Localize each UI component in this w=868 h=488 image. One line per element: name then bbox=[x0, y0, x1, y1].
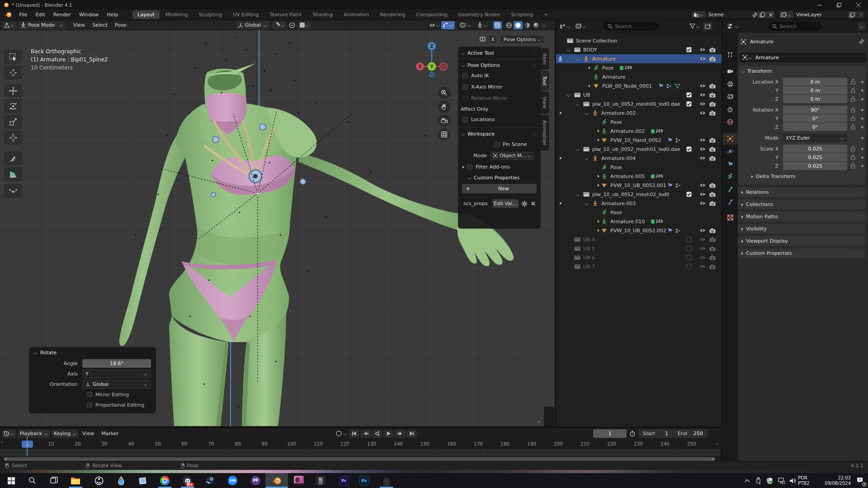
relative-mirror-row[interactable]: Relative Mirror bbox=[458, 93, 541, 104]
outliner-search[interactable]: Search bbox=[604, 22, 658, 30]
outliner-row-ub7[interactable]: UB 7 bbox=[556, 262, 722, 271]
tab-output[interactable] bbox=[722, 78, 738, 90]
show-overlays-toggle[interactable] bbox=[458, 21, 473, 29]
camera-icon[interactable] bbox=[709, 183, 716, 188]
filter-addons-row[interactable]: Filter Add-ons bbox=[458, 161, 541, 173]
menu-window[interactable]: Window bbox=[75, 12, 103, 18]
tab-render[interactable] bbox=[722, 66, 738, 77]
zoom-button[interactable] bbox=[438, 87, 450, 99]
workspace-mode-row[interactable]: Mode Object M... bbox=[458, 150, 541, 161]
camera-icon[interactable] bbox=[709, 102, 716, 107]
outliner-row-pose4[interactable]: Pose bbox=[556, 208, 722, 217]
anime-app-icon[interactable] bbox=[293, 475, 304, 486]
checkbox-icon[interactable] bbox=[686, 92, 692, 98]
breadcrumb-object[interactable]: Armature bbox=[750, 39, 774, 45]
properties-search[interactable]: Search bbox=[769, 22, 822, 30]
playback-menu[interactable]: Playback bbox=[18, 430, 50, 438]
tab-tool[interactable]: Tool bbox=[541, 71, 549, 90]
dark-app-icon[interactable] bbox=[381, 475, 392, 486]
expand-arrow[interactable]: ^ bbox=[537, 421, 541, 426]
camera-view-button[interactable] bbox=[438, 115, 450, 127]
section-workspace[interactable]: Workspace:::: bbox=[458, 129, 541, 139]
editor-type-button[interactable] bbox=[2, 21, 17, 29]
scene-icon[interactable] bbox=[691, 11, 706, 19]
camera-icon[interactable] bbox=[709, 237, 716, 242]
jump-to-end-button[interactable] bbox=[406, 430, 417, 438]
tab-object[interactable] bbox=[722, 133, 738, 145]
eye-icon[interactable] bbox=[699, 111, 706, 115]
scene-name[interactable]: Scene bbox=[706, 11, 752, 19]
eye-icon[interactable] bbox=[699, 47, 706, 52]
lock-icon[interactable] bbox=[851, 107, 855, 113]
pin-scene-row[interactable]: Pin Scene bbox=[458, 139, 541, 150]
prev-keyframe-button[interactable] bbox=[360, 430, 371, 438]
tool-scale[interactable] bbox=[4, 115, 22, 129]
outliner-row-ub[interactable]: UB bbox=[556, 90, 722, 99]
rotate-panel-header[interactable]: Rotate bbox=[29, 347, 156, 358]
tab-texture[interactable] bbox=[722, 211, 738, 223]
outliner-row-armature005[interactable]: Armature.005 249 bbox=[556, 172, 722, 181]
outliner-row-mesh01[interactable]: plw_10_ub_0052_mesh01_lod0.dae bbox=[556, 145, 722, 154]
scale-z-input[interactable]: 0.025 bbox=[783, 162, 847, 170]
mirror-editing-row[interactable]: Mirror Editing bbox=[29, 389, 156, 399]
task-view-button[interactable] bbox=[48, 475, 60, 486]
location-y-input[interactable]: 0 m bbox=[783, 86, 847, 94]
pose-options-dropdown[interactable]: Pose Options bbox=[500, 35, 544, 43]
zoom-icon[interactable]: zm bbox=[227, 475, 238, 486]
add-workspace-button[interactable]: + bbox=[539, 10, 553, 19]
outliner-row-armature010[interactable]: Armature.010 249 bbox=[556, 217, 722, 226]
outliner-row-plw-nude[interactable]: PLW_00_Nude_0001 bbox=[556, 81, 722, 90]
outliner-row-scene-collection[interactable]: Scene Collection bbox=[556, 36, 722, 45]
file-explorer-icon[interactable] bbox=[70, 475, 81, 486]
x-axis-mirror-row[interactable]: X-Axis Mirror bbox=[458, 81, 541, 93]
tool-measure[interactable] bbox=[4, 167, 22, 181]
outliner-row-pose[interactable]: Pose 249 bbox=[556, 63, 722, 72]
eye-icon[interactable] bbox=[699, 147, 706, 151]
viewport-3d[interactable]: Back Orthographic (1) Armature : Bip01_S… bbox=[0, 30, 555, 426]
keying-menu[interactable]: Keying bbox=[52, 430, 79, 438]
animate-dot[interactable] bbox=[861, 81, 863, 83]
tab-animation[interactable]: Animation bbox=[339, 10, 374, 19]
orientation-dropdown[interactable]: Global bbox=[82, 380, 151, 389]
eye-icon[interactable] bbox=[699, 192, 706, 197]
scene-selector[interactable]: Scene bbox=[691, 10, 775, 19]
xray-toggle[interactable] bbox=[476, 21, 489, 29]
tray-clock[interactable]: 22:0209/08/2024 bbox=[819, 475, 851, 486]
toggle-xray-button[interactable] bbox=[493, 21, 502, 29]
outliner-row-ub0052-002[interactable]: PVW_10_UB_0052.002 bbox=[556, 226, 722, 235]
lock-icon[interactable] bbox=[851, 116, 855, 121]
tool-annotate[interactable] bbox=[4, 151, 22, 165]
lock-icon[interactable] bbox=[851, 124, 855, 130]
section-collections[interactable]: Collections:::: bbox=[738, 200, 865, 209]
playhead[interactable] bbox=[27, 436, 28, 456]
blender-taskbar-icon[interactable] bbox=[271, 475, 282, 486]
collapse-arrow-left[interactable]: › bbox=[1, 439, 3, 445]
tab-scene[interactable] bbox=[722, 103, 738, 115]
animate-dot[interactable] bbox=[861, 148, 863, 150]
shading-solid[interactable] bbox=[514, 21, 523, 29]
collapse-arrow-right[interactable]: ‹ bbox=[716, 441, 718, 447]
eye-icon[interactable] bbox=[699, 93, 706, 97]
tab-bone[interactable] bbox=[722, 183, 738, 195]
section-custom-properties[interactable]: Custom Properties bbox=[458, 173, 541, 183]
checkbox-icon[interactable] bbox=[686, 255, 692, 260]
outliner-row-ub5[interactable]: UB 5 bbox=[556, 244, 722, 253]
minimize-button[interactable] bbox=[810, 0, 829, 9]
volume-tray-icon[interactable] bbox=[787, 475, 798, 486]
eye-icon[interactable] bbox=[699, 183, 706, 188]
photo-app-icon[interactable] bbox=[315, 475, 326, 486]
steam-icon[interactable] bbox=[204, 475, 216, 486]
section-viewport-display[interactable]: Viewport Display:::: bbox=[738, 236, 865, 246]
outliner-row-hand0052[interactable]: PVW_10_Hand_0052 bbox=[556, 136, 722, 145]
scale-y-input[interactable]: 0.025 bbox=[783, 153, 847, 161]
auto-key-icon[interactable] bbox=[335, 430, 342, 437]
eye-icon[interactable] bbox=[699, 228, 706, 233]
obs-icon[interactable] bbox=[93, 475, 104, 486]
object-name-field[interactable]: Armature bbox=[740, 53, 866, 62]
camera-icon[interactable] bbox=[709, 56, 716, 61]
eye-icon[interactable] bbox=[699, 138, 706, 142]
tab-animation[interactable]: Animation bbox=[541, 115, 549, 150]
snap-toggle[interactable] bbox=[272, 21, 287, 29]
shading-rendered[interactable] bbox=[532, 21, 541, 29]
falloff-selector[interactable] bbox=[298, 21, 311, 29]
